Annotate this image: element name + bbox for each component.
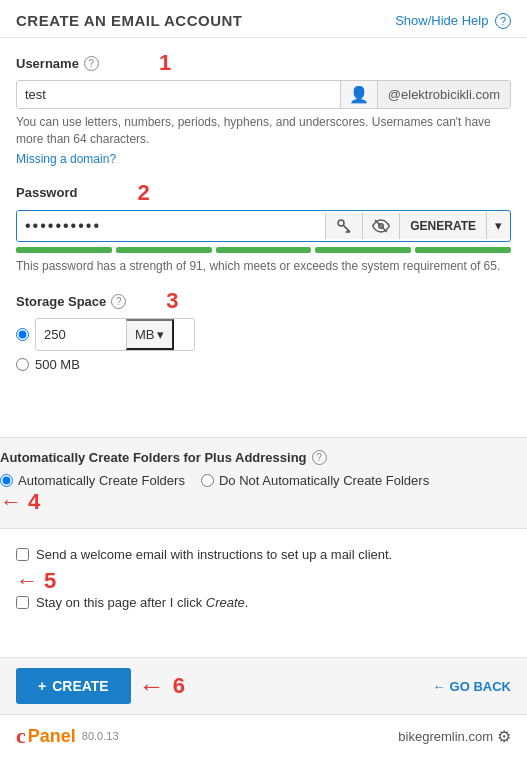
welcome-email-label: Send a welcome email with instructions t… — [36, 547, 392, 562]
key-icon — [334, 217, 354, 235]
stay-on-page-italic: Create — [206, 595, 245, 610]
strength-bar-4 — [315, 247, 411, 253]
storage-500mb-radio-row: 500 MB — [16, 357, 511, 372]
annotation-6: 6 — [173, 675, 185, 697]
storage-custom-radio[interactable] — [16, 328, 29, 341]
storage-section: Storage Space ? 3 MB ▾ 500 MB — [16, 290, 511, 372]
create-label: CREATE — [52, 678, 109, 694]
username-input[interactable] — [17, 81, 340, 108]
gear-icon: ⚙ — [497, 727, 511, 746]
arrow-4: ← — [0, 491, 22, 513]
checkboxes-section: Send a welcome email with instructions t… — [0, 543, 527, 657]
svg-line-1 — [344, 225, 350, 231]
svg-point-0 — [338, 220, 344, 226]
create-plus-icon: + — [38, 678, 46, 694]
storage-label-row: Storage Space ? 3 — [16, 290, 511, 312]
auto-folders-label-row: Automatically Create Folders for Plus Ad… — [0, 450, 527, 465]
password-input[interactable] — [17, 211, 325, 241]
stay-on-page-checkbox[interactable] — [16, 596, 29, 609]
auto-create-folders-radio[interactable] — [0, 474, 13, 487]
annotation-4-row: ← 4 — [0, 491, 527, 513]
password-strength-bars — [16, 247, 511, 253]
cpanel-logo: c Panel 80.0.13 — [16, 723, 119, 749]
password-label-row: Password 2 — [16, 182, 511, 204]
welcome-email-row: Send a welcome email with instructions t… — [16, 547, 511, 562]
chevron-down-icon: ▾ — [495, 218, 502, 233]
create-button[interactable]: + CREATE — [16, 668, 131, 704]
storage-label: Storage Space — [16, 294, 106, 309]
storage-500mb-label: 500 MB — [35, 357, 80, 372]
username-hint: You can use letters, numbers, periods, h… — [16, 114, 511, 148]
password-key-icon-btn[interactable] — [325, 213, 362, 239]
go-back-arrow-icon: ← — [433, 679, 446, 694]
username-contact-icon-btn[interactable]: 👤 — [340, 81, 377, 108]
show-hide-help-link[interactable]: Show/Hide Help ? — [395, 13, 511, 29]
username-section: Username ? 1 👤 @elektrobicikli.com You c… — [16, 52, 511, 166]
auto-create-folders-option: Automatically Create Folders — [0, 473, 185, 488]
generate-dropdown-button[interactable]: ▾ — [486, 212, 510, 239]
auto-create-folders-label: Automatically Create Folders — [18, 473, 185, 488]
auto-folders-options: Automatically Create Folders Do Not Auto… — [0, 473, 527, 488]
storage-unit-label: MB — [135, 327, 155, 342]
strength-bar-5 — [415, 247, 511, 253]
strength-bar-2 — [116, 247, 212, 253]
storage-input-row: MB ▾ — [35, 318, 195, 351]
generate-button[interactable]: GENERATE — [399, 213, 486, 239]
main-content: Username ? 1 👤 @elektrobicikli.com You c… — [0, 38, 527, 437]
contact-icon: 👤 — [349, 85, 369, 104]
stay-on-page-row: Stay on this page after I click Create. — [16, 595, 511, 610]
password-section: Password 2 — [16, 182, 511, 275]
storage-info-icon: ? — [111, 294, 126, 309]
strength-text: This password has a strength of 91, whic… — [16, 258, 511, 275]
eye-icon — [371, 217, 391, 235]
auto-folders-label: Automatically Create Folders for Plus Ad… — [0, 450, 307, 465]
annotation-3: 3 — [166, 290, 178, 312]
username-input-row: 👤 @elektrobicikli.com — [16, 80, 511, 109]
username-info-icon: ? — [84, 56, 99, 71]
page-header: CREATE AN EMAIL ACCOUNT Show/Hide Help ? — [0, 0, 527, 38]
strength-bar-3 — [216, 247, 312, 253]
password-label: Password — [16, 185, 77, 200]
no-auto-create-folders-option: Do Not Automatically Create Folders — [201, 473, 429, 488]
stay-on-page-label: Stay on this page after I click Create. — [36, 595, 248, 610]
footer-buttons: + CREATE ← 6 ← GO BACK — [0, 657, 527, 714]
strength-bar-1 — [16, 247, 112, 253]
auto-folders-section: Automatically Create Folders for Plus Ad… — [0, 437, 527, 529]
annotation-4: 4 — [28, 491, 40, 513]
go-back-button[interactable]: ← GO BACK — [433, 679, 511, 694]
username-label-row: Username ? 1 — [16, 52, 511, 74]
page-title: CREATE AN EMAIL ACCOUNT — [16, 12, 243, 29]
storage-unit-chevron: ▾ — [157, 327, 164, 342]
cpanel-panel: Panel — [28, 726, 76, 747]
annotation-2: 2 — [137, 182, 149, 204]
arrow-5: ← — [16, 570, 38, 592]
arrow-6: ← — [139, 673, 165, 699]
welcome-email-checkbox[interactable] — [16, 548, 29, 561]
username-label: Username — [16, 56, 79, 71]
help-icon: ? — [495, 13, 511, 29]
create-btn-group: + CREATE ← 6 — [16, 668, 185, 704]
domain-display: @elektrobicikli.com — [377, 81, 510, 108]
cpanel-footer: c Panel 80.0.13 bikegremlin.com ⚙ — [0, 714, 527, 757]
password-eye-icon-btn[interactable] — [362, 213, 399, 239]
go-back-label: GO BACK — [450, 679, 511, 694]
annotation-5: 5 — [44, 570, 56, 592]
cpanel-c: c — [16, 723, 26, 749]
cpanel-site: bikegremlin.com ⚙ — [398, 727, 511, 746]
cpanel-site-name: bikegremlin.com — [398, 729, 493, 744]
password-input-row: GENERATE ▾ — [16, 210, 511, 242]
no-auto-create-folders-label: Do Not Automatically Create Folders — [219, 473, 429, 488]
annotation-5-row: ← 5 — [16, 570, 511, 592]
storage-custom-radio-row: MB ▾ — [16, 318, 511, 351]
storage-500mb-radio[interactable] — [16, 358, 29, 371]
auto-folders-info-icon: ? — [312, 450, 327, 465]
no-auto-create-folders-radio[interactable] — [201, 474, 214, 487]
storage-input[interactable] — [36, 321, 126, 348]
missing-domain-link[interactable]: Missing a domain? — [16, 152, 116, 166]
annotation-1: 1 — [159, 52, 171, 74]
storage-unit-dropdown[interactable]: MB ▾ — [126, 319, 174, 350]
cpanel-version: 80.0.13 — [82, 730, 119, 742]
